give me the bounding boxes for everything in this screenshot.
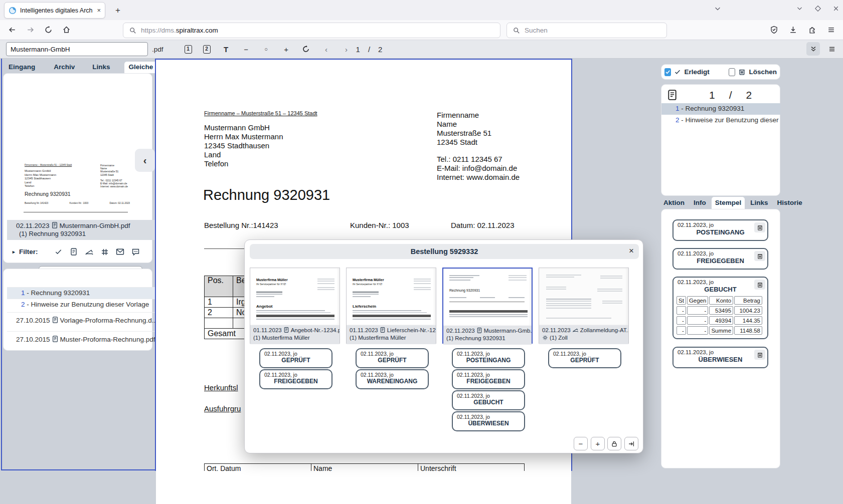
menu-icon[interactable] — [824, 23, 838, 37]
email-filter-icon[interactable] — [116, 248, 124, 256]
site-favicon — [9, 7, 17, 15]
app-menu-icon[interactable] — [828, 45, 836, 53]
prev-page-button[interactable]: ‹ — [322, 45, 331, 54]
mini-line — [546, 301, 591, 302]
collapse-toolbar-button[interactable] — [806, 42, 820, 56]
mini-line — [353, 294, 379, 295]
preview-panel: Firmenname – Musterstraße 51 – 12345 Sta… — [3, 73, 152, 263]
delete-stamp-button[interactable] — [754, 222, 765, 232]
doc-thumbnail — [539, 268, 628, 325]
modal-zoom-in-button[interactable]: + — [591, 437, 605, 450]
filename-input[interactable] — [6, 42, 148, 56]
delete-stamp-button[interactable] — [754, 350, 765, 360]
delete-stamp-button[interactable] — [754, 280, 765, 290]
linked-doc-card-rechnung[interactable]: Rechnung 9320931 02.11.2023Mustermann-Gm… — [442, 268, 533, 344]
stamps-panel: 02.11.2023, jo POSTEINGANG 02.11.2023, j… — [661, 209, 780, 468]
thumb-meta: Bestellung Nr.:141423Kunden-Nr.: 1003Dat… — [25, 202, 130, 204]
done-checkbox[interactable] — [664, 68, 671, 76]
stamp-ueberwiesen[interactable]: 02.11.2023, jo ÜBERWIESEN — [672, 347, 768, 368]
tab-aktion[interactable]: Aktion — [660, 197, 688, 209]
tab-links[interactable]: Links — [747, 197, 771, 209]
downloads-icon[interactable] — [786, 23, 800, 37]
mini-line — [414, 289, 431, 290]
tab-list-chevron-icon[interactable] — [714, 5, 721, 12]
browser-tab[interactable]: Intelligentes digitales Arch × — [4, 2, 105, 19]
pager-current: 1 — [709, 89, 715, 101]
modal-close-icon[interactable]: × — [629, 246, 634, 256]
scanner-filter-icon[interactable] — [85, 248, 94, 256]
stamp-freigegeben[interactable]: 02.11.2023, jo FREIGEGEBEN — [672, 248, 768, 270]
document-thumbnail[interactable]: Firmenname – Musterstraße 51 – 12345 Sta… — [19, 153, 134, 219]
browser-search-input[interactable] — [525, 27, 640, 34]
source-file-item[interactable]: 27.10.2015Vorlage-Proforma-Rechnung.d... — [7, 312, 155, 328]
close-window-button[interactable] — [833, 6, 839, 12]
zoom-out-tool[interactable]: − — [242, 45, 251, 54]
tab-stempel[interactable]: Stempel — [712, 197, 745, 209]
mini-line — [509, 297, 525, 298]
document-icon — [52, 335, 59, 343]
delete-stamp-button[interactable] — [754, 251, 765, 261]
mini-line — [449, 280, 470, 281]
back-button[interactable] — [5, 23, 19, 37]
source-page-item[interactable]: 2 - Hinweise zur Benutzung dieser Vorlag… — [7, 299, 155, 310]
extensions-icon[interactable] — [805, 23, 819, 37]
source-file-item[interactable]: 27.10.2015Muster-Proforma-Rechnung.pdf — [7, 331, 155, 347]
mini-line — [256, 296, 274, 297]
page-list-item[interactable]: 1 - Rechnung 9320931 — [661, 103, 780, 115]
url-bar[interactable]: https://dms. spiraltrax.com — [123, 23, 500, 38]
pocket-icon[interactable] — [767, 23, 781, 37]
linked-doc-card-lieferschein[interactable]: Musterfirma MüllerIhr Servicepartner für… — [346, 268, 436, 344]
text-tool[interactable]: T — [222, 45, 231, 54]
dms-toolbar: .pdf 1 2 T − ○ + ‹ › 1 / 2 — [0, 40, 843, 59]
minimize-button[interactable] — [796, 5, 803, 12]
page-one-tool[interactable]: 1 — [185, 45, 192, 54]
next-page-button[interactable]: › — [342, 45, 351, 54]
tab-historie[interactable]: Historie — [774, 197, 806, 209]
modal-title: Bestellung 5929332 — [411, 247, 478, 256]
mini-table-header — [256, 315, 334, 317]
maximize-button[interactable] — [815, 6, 821, 12]
reload-button[interactable] — [41, 23, 55, 37]
browser-search-bar[interactable] — [507, 23, 667, 38]
tab-gleiche[interactable]: Gleiche — [124, 62, 158, 73]
delete-checkbox[interactable] — [729, 68, 736, 76]
current-file-item[interactable]: 02.11.2023Mustermann-GmbH.pdf (1) Rechnu… — [7, 220, 155, 240]
tab-info[interactable]: Info — [690, 197, 710, 209]
filter-expand-arrow[interactable]: ► — [12, 249, 16, 255]
modal-transfer-button[interactable] — [624, 437, 638, 450]
collapse-preview-button[interactable]: ‹ — [135, 149, 155, 172]
zoom-reset-tool[interactable]: ○ — [262, 46, 271, 52]
modal-lock-button[interactable] — [607, 437, 621, 450]
mini-line — [353, 296, 371, 297]
mini-line — [509, 280, 527, 281]
modal-zoom-out-button[interactable]: − — [574, 437, 588, 450]
page-current: 1 — [356, 45, 360, 54]
check-filter-icon[interactable] — [54, 248, 63, 256]
file-subtitle: (1) Rechnung 9320931 — [16, 230, 155, 237]
rotate-tool-icon[interactable] — [302, 45, 311, 53]
tab-eingang[interactable]: Eingang — [4, 62, 40, 73]
grid-filter-icon[interactable] — [101, 248, 109, 256]
linked-doc-card-zoll[interactable]: 02.11.2023Zollanmeldung-AT... (1) Zoll — [539, 268, 629, 344]
forward-button[interactable] — [23, 23, 37, 37]
source-page-item[interactable]: 1 - Rechnung 9320931 — [7, 287, 155, 299]
tab-archiv[interactable]: Archiv — [49, 62, 79, 73]
stamp-posteingang[interactable]: 02.11.2023, jo POSTEINGANG — [672, 219, 768, 241]
zoom-in-tool[interactable]: + — [282, 45, 291, 54]
scanner-icon — [572, 327, 579, 333]
tab-close-icon[interactable]: × — [97, 7, 101, 14]
stamp-gebucht[interactable]: 02.11.2023, jo GEBUCHT St Gegen Konto Be… — [672, 277, 768, 339]
mini-line — [317, 279, 334, 280]
comment-filter-icon[interactable] — [131, 248, 140, 256]
page-list-item[interactable]: 2 - Hinweise zur Benutzung dieser Vo... — [661, 115, 780, 126]
filter-bar: ► Filter: — [12, 247, 147, 256]
mini-line — [353, 310, 421, 311]
tab-links[interactable]: Links — [88, 62, 114, 73]
home-button[interactable] — [59, 23, 73, 37]
document-filter-icon[interactable] — [70, 247, 78, 256]
mini-line — [449, 297, 466, 298]
new-tab-button[interactable]: + — [111, 4, 124, 17]
linked-doc-card-angebot[interactable]: Musterfirma MüllerIhr Servicepartner für… — [250, 268, 340, 344]
page-two-tool[interactable]: 2 — [203, 45, 211, 54]
mini-line — [546, 303, 591, 304]
